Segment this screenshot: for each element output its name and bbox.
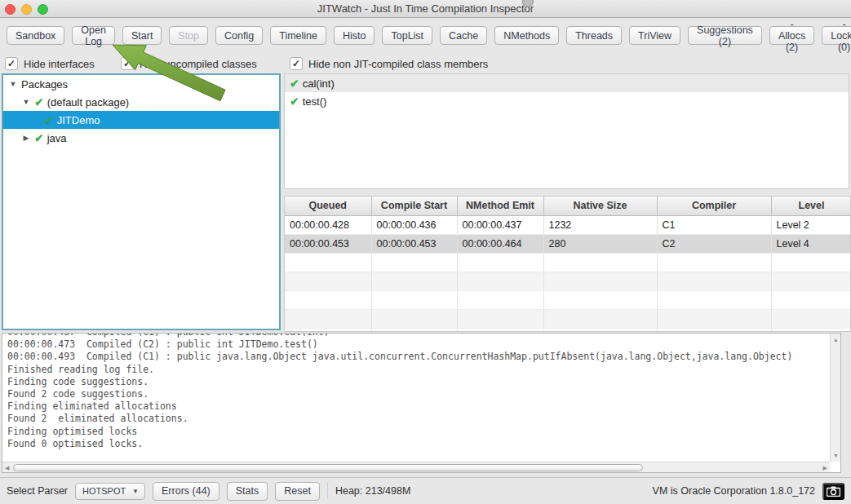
cache-button[interactable]: Cache [440, 26, 487, 45]
column-header-nmethod-emit[interactable]: NMethod Emit [457, 197, 543, 215]
stats-button[interactable]: Stats [227, 482, 268, 501]
hide-interfaces-label: Hide interfaces [24, 58, 95, 70]
table-row-empty [285, 253, 851, 272]
cell-compiler: C1 [657, 215, 771, 234]
cell-queued: 00:00:00.428 [285, 215, 371, 234]
tree-item-packages[interactable]: ▼ Packages [3, 75, 279, 93]
triview-button[interactable]: TriView [629, 26, 680, 45]
table-row-empty [285, 328, 851, 332]
toolbar: Sandbox Open Log Start Stop Config Timel… [7, 26, 851, 45]
threads-button[interactable]: Threads [566, 26, 622, 45]
tree-item-java[interactable]: ▶ ✔ java [3, 129, 279, 147]
chevron-down-icon: ▼ [132, 488, 139, 495]
compiled-check-icon: ✔ [290, 95, 299, 108]
parser-selected-value: HOTSPOT [82, 486, 126, 496]
log-line: Finished reading log file. [7, 364, 829, 376]
table-row[interactable]: 00:00:00.453 00:00:00.453 00:00:00.464 2… [285, 234, 851, 253]
table-row-empty [285, 290, 851, 309]
vm-info: VM is Oracle Corporation 1.8.0_172 [653, 485, 815, 497]
reset-button[interactable]: Reset [275, 482, 320, 501]
column-header-compile-start[interactable]: Compile Start [371, 197, 457, 215]
tree-item-label: (default package) [47, 96, 129, 108]
hide-non-jit-checkbox[interactable]: ✓ Hide non JIT-compiled class members [290, 56, 488, 71]
cell-level: Level 2 [771, 215, 851, 234]
cell-compile-start: 00:00:00.436 [371, 215, 457, 234]
log-line: 00:00:00.473 Compiled (C2) : public int … [7, 338, 829, 351]
errors-button[interactable]: Errors (44) [153, 482, 219, 501]
scroll-up-icon[interactable]: ▲ [833, 337, 839, 343]
timeline-button[interactable]: Timeline [270, 26, 326, 45]
table-row[interactable]: 00:00:00.428 00:00:00.436 00:00:00.437 1… [285, 215, 851, 234]
chevron-down-icon[interactable]: ▼ [21, 98, 31, 106]
column-header-level[interactable]: Level [771, 197, 851, 215]
scroll-right-icon[interactable]: ▶ [823, 465, 827, 471]
divider [327, 483, 328, 499]
hide-interfaces-checkbox[interactable]: ✓ Hide interfaces [5, 56, 95, 71]
hide-uncompiled-checkbox[interactable]: ✓ Hide uncompiled classes [121, 56, 257, 71]
hide-uncompiled-label: Hide uncompiled classes [140, 58, 257, 70]
table-header-row: Queued Compile Start NMethod Emit Native… [285, 197, 851, 215]
compilation-table: Queued Compile Start NMethod Emit Native… [284, 196, 851, 332]
allocs-button[interactable]: -Allocs (2) [769, 26, 814, 45]
stop-button: Stop [169, 26, 208, 45]
log-line: 00:00:00.493 Compiled (C1) : public java… [7, 351, 829, 363]
tree-item-label: JITDemo [57, 114, 100, 126]
log-line: Found 2 eliminated allocations. [7, 413, 829, 425]
config-button[interactable]: Config [215, 26, 263, 45]
status-bar: Select Parser HOTSPOT ▼ Errors (44) Stat… [0, 477, 851, 504]
log-vertical-scrollbar[interactable]: ▲ ▼ [830, 334, 840, 462]
screenshot-button[interactable] [822, 483, 844, 500]
cell-nmethod-emit: 00:00:00.464 [457, 234, 543, 253]
log-content: 00:00:00.437 Compiled (C1) : public int … [7, 334, 829, 461]
column-header-queued[interactable]: Queued [285, 197, 371, 215]
member-item-label: cal(int) [303, 77, 335, 90]
toplist-button[interactable]: TopList [382, 26, 432, 45]
checkbox-tick-icon: ✓ [290, 57, 303, 70]
compiled-check-icon: ✔ [34, 131, 44, 144]
hide-non-jit-label: Hide non JIT-compiled class members [308, 58, 488, 70]
tree-item-label: Packages [21, 78, 68, 91]
cell-compile-start: 00:00:00.453 [371, 234, 457, 253]
scrollbar-thumb[interactable] [13, 464, 643, 471]
scroll-left-icon[interactable]: ◀ [5, 465, 9, 471]
select-parser-label: Select Parser [7, 485, 68, 497]
cell-nmethod-emit: 00:00:00.437 [457, 215, 543, 234]
tree-item-label: java [47, 132, 67, 144]
member-item-cal[interactable]: ✔ cal(int) [285, 74, 849, 92]
log-line: Finding eliminated allocations [7, 400, 829, 413]
open-log-button[interactable]: Open Log [72, 26, 115, 45]
log-horizontal-scrollbar[interactable]: ◀ ▶ [2, 462, 830, 472]
cell-compiler: C2 [657, 234, 771, 253]
cell-level: Level 4 [771, 234, 851, 253]
log-text-area[interactable]: 00:00:00.437 Compiled (C1) : public int … [2, 333, 841, 473]
cell-native-size: 1232 [543, 215, 657, 234]
title-bar: JITWatch - Just In Time Compilation Insp… [0, 0, 851, 18]
compiled-check-icon: ✔ [44, 113, 54, 126]
checkbox-tick-icon: ✓ [121, 57, 134, 70]
checkbox-tick-icon: ✓ [5, 57, 18, 70]
start-button[interactable]: Start [122, 26, 162, 45]
histo-button[interactable]: Histo [334, 26, 375, 45]
member-item-label: test() [303, 95, 327, 108]
package-tree-panel: ▼ Packages ▼ ✔ (default package) ✔ JITDe… [2, 73, 281, 330]
locks-button[interactable]: -Locks (0) [822, 26, 851, 45]
tree-item-default-package[interactable]: ▼ ✔ (default package) [3, 93, 279, 111]
chevron-right-icon[interactable]: ▶ [21, 134, 31, 142]
parser-select[interactable]: HOTSPOT ▼ [75, 483, 145, 500]
tree-item-jitdemo[interactable]: ✔ JITDemo [3, 111, 279, 129]
scroll-down-icon[interactable]: ▼ [833, 453, 839, 458]
member-item-test[interactable]: ✔ test() [285, 92, 849, 110]
log-line: Found 0 optimised locks. [7, 438, 829, 450]
log-line: Found 2 code suggestions. [7, 388, 829, 400]
nmethods-button[interactable]: NMethods [494, 26, 559, 45]
compiled-check-icon: ✔ [34, 95, 44, 108]
log-line: Finding optimised locks [7, 426, 829, 438]
window-title: JITWatch - Just In Time Compilation Insp… [0, 2, 851, 15]
column-header-native-size[interactable]: Native Size [543, 197, 657, 215]
heap-usage: Heap: 213/498M [335, 485, 410, 497]
suggestions-button[interactable]: Suggestions (2) [688, 26, 762, 45]
chevron-down-icon[interactable]: ▼ [8, 80, 18, 88]
cell-native-size: 280 [543, 234, 657, 253]
column-header-compiler[interactable]: Compiler [657, 197, 771, 215]
sandbox-button[interactable]: Sandbox [7, 26, 64, 45]
